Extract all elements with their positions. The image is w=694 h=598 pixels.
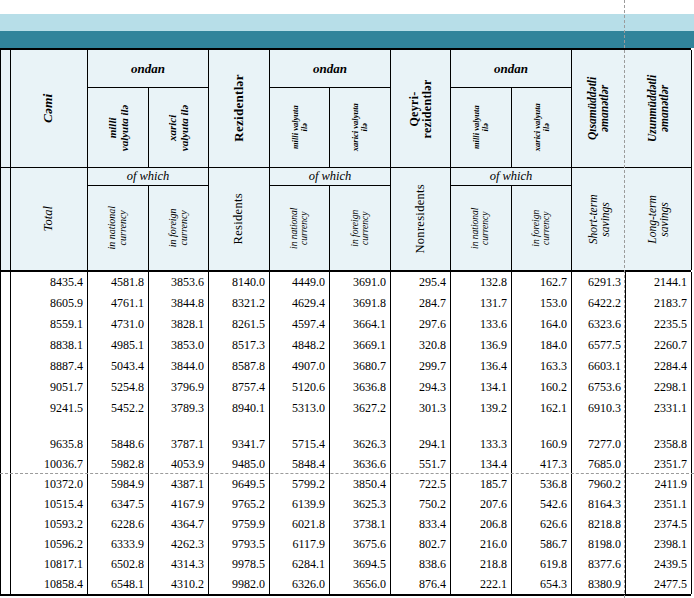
- header-shortterm-en-label: Short-term savings: [587, 194, 612, 244]
- value-cell: 3627.2: [330, 398, 391, 419]
- header-ofwhich1-az: ondan: [88, 50, 209, 88]
- value-cell: 8435.4: [11, 272, 88, 293]
- value-cell: 6117.9: [270, 534, 330, 554]
- value-cell: 10593.2: [11, 514, 88, 534]
- value-cell: 4907.0: [270, 356, 330, 377]
- value-cell: 833.4: [391, 514, 451, 534]
- value-cell: 320.8: [391, 335, 451, 356]
- value-cell: 6139.9: [270, 494, 330, 514]
- value-cell: 139.2: [451, 398, 512, 419]
- value-cell: 2439.5: [626, 554, 692, 574]
- spacer-cell: [626, 419, 692, 434]
- value-cell: 722.5: [391, 474, 451, 494]
- value-cell: 6347.5: [88, 494, 149, 514]
- value-cell: 3669.1: [330, 335, 391, 356]
- header-ofwhich2-en: of which: [270, 168, 391, 186]
- value-cell: 9635.8: [11, 434, 88, 454]
- spacer-cell: [391, 419, 451, 434]
- value-cell: 3626.3: [330, 434, 391, 454]
- value-cell: 4364.7: [149, 514, 209, 534]
- value-cell: 2398.1: [626, 534, 692, 554]
- value-cell: 162.1: [512, 398, 572, 419]
- value-cell: 3850.4: [330, 474, 391, 494]
- page-break-vertical-line: [624, 0, 625, 598]
- value-cell: 10036.7: [11, 454, 88, 474]
- value-cell: 8321.2: [209, 293, 270, 314]
- value-cell: 8380.9: [572, 574, 626, 594]
- value-cell: 8940.1: [209, 398, 270, 419]
- value-cell: 9649.5: [209, 474, 270, 494]
- spacer-cell: [512, 419, 572, 434]
- value-cell: 3636.6: [330, 454, 391, 474]
- value-cell: 206.8: [451, 514, 512, 534]
- value-cell: 5982.8: [88, 454, 149, 474]
- deposits-table: Cəmi ondan milli valyuta ilə xarici valy…: [0, 48, 691, 596]
- value-cell: 619.8: [512, 554, 572, 574]
- spacer-cell: [209, 419, 270, 434]
- spacer-cell: [149, 419, 209, 434]
- value-cell: 838.6: [391, 554, 451, 574]
- value-cell: 750.2: [391, 494, 451, 514]
- spacer-cell: [330, 419, 391, 434]
- value-cell: 9241.5: [11, 398, 88, 419]
- header-longterm-az: Uzunmüddətli əmanətlər: [626, 50, 692, 168]
- value-cell: 2351.1: [626, 494, 692, 514]
- value-cell: 3844.8: [149, 293, 209, 314]
- value-cell: 8164.3: [572, 494, 626, 514]
- header-nonresidents-en: Nonresidents: [391, 168, 451, 270]
- spacer-cell: [451, 419, 512, 434]
- value-cell: 131.7: [451, 293, 512, 314]
- value-cell: 4629.4: [270, 293, 330, 314]
- value-cell: 134.1: [451, 377, 512, 398]
- value-cell: 5715.4: [270, 434, 330, 454]
- header-foreign3-az: xarici valyuta ilə: [512, 88, 572, 168]
- row-stub-cell: [1, 474, 11, 494]
- row-stub-cell: [1, 574, 11, 594]
- header-residents-en-label: Residents: [232, 193, 246, 244]
- value-cell: 9051.7: [11, 377, 88, 398]
- value-cell: 5452.2: [88, 398, 149, 419]
- row-stub-cell: [1, 434, 11, 454]
- spacer-cell: [1, 419, 11, 434]
- header-shortterm-en: Short-term savings: [572, 168, 626, 270]
- header-total-en-label: Total: [42, 206, 56, 231]
- header-national2-en: in national currency: [270, 186, 330, 270]
- row-stub-cell: [1, 335, 11, 356]
- value-cell: 2235.5: [626, 314, 692, 335]
- value-cell: 3853.0: [149, 335, 209, 356]
- value-cell: 2358.8: [626, 434, 692, 454]
- value-cell: 3853.6: [149, 272, 209, 293]
- value-cell: 4449.0: [270, 272, 330, 293]
- value-cell: 207.6: [451, 494, 512, 514]
- page-break-horizontal-line: [0, 473, 694, 474]
- value-cell: 6910.3: [572, 398, 626, 419]
- value-cell: 8377.6: [572, 554, 626, 574]
- value-cell: 5984.9: [88, 474, 149, 494]
- header-national1-en-label: in national currency: [107, 206, 129, 250]
- header-foreign2-az-label: xarici valyuta ilə: [351, 104, 369, 152]
- value-cell: 3625.3: [330, 494, 391, 514]
- value-cell: 5043.4: [88, 356, 149, 377]
- value-cell: 8757.4: [209, 377, 270, 398]
- value-cell: 3664.1: [330, 314, 391, 335]
- value-cell: 3691.8: [330, 293, 391, 314]
- value-cell: 3828.1: [149, 314, 209, 335]
- value-cell: 299.7: [391, 356, 451, 377]
- value-cell: 8198.0: [572, 534, 626, 554]
- value-cell: 3844.0: [149, 356, 209, 377]
- value-cell: 294.1: [391, 434, 451, 454]
- row-stub-cell: [1, 554, 11, 574]
- value-cell: 2260.7: [626, 335, 692, 356]
- header-stub-az: [1, 50, 11, 168]
- header-nonresidents-az-label: Qeyri- rezidentlər: [408, 79, 434, 138]
- row-stub-cell: [1, 293, 11, 314]
- value-cell: 4053.9: [149, 454, 209, 474]
- header-national3-az: milli valyuta ilə: [451, 88, 512, 168]
- value-cell: 4167.9: [149, 494, 209, 514]
- value-cell: 136.4: [451, 356, 512, 377]
- value-cell: 802.7: [391, 534, 451, 554]
- header-foreign1-en: in foreign currency: [149, 186, 209, 270]
- deposits-statistics-table-page: Cəmi ondan milli valyuta ilə xarici valy…: [0, 0, 694, 598]
- value-cell: 2331.1: [626, 398, 692, 419]
- row-stub-cell: [1, 514, 11, 534]
